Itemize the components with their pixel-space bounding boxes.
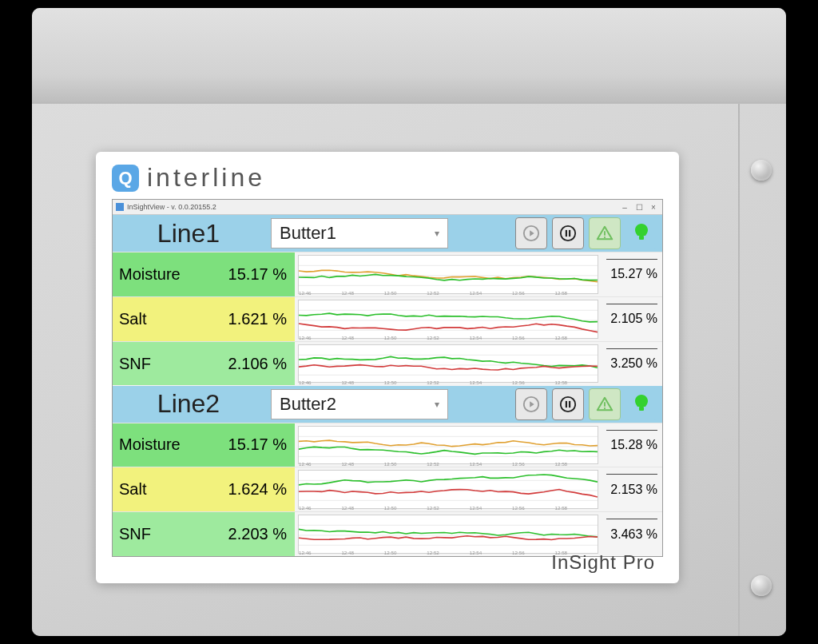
svg-rect-3 [566,230,567,237]
setpoint-value: 15.27 % [602,252,662,296]
measurement-value: 2.106 % [199,342,295,386]
play-button[interactable] [515,388,547,420]
lines-container: Line1Butter1▾Moisture15.17 %12:4612:4812… [113,215,662,556]
svg-text:12:50: 12:50 [384,550,397,555]
svg-text:12:46: 12:46 [299,290,312,296]
svg-rect-50 [639,407,644,411]
setpoint-value: 15.28 % [602,423,662,467]
pause-button-icon [559,225,577,242]
door-seam [738,104,740,636]
measurement-value: 2.203 % [199,512,295,556]
measurement-row: Salt1.624 %12:4612:4812:5012:5212:5412:5… [113,467,662,511]
measurement-label: Salt [113,467,199,511]
trend-chart[interactable]: 12:4612:4812:5012:5212:5412:5612:5813:00 [298,426,598,465]
maximize-button[interactable]: ☐ [633,201,645,213]
svg-rect-6 [604,231,606,236]
svg-text:12:50: 12:50 [384,290,397,296]
lamp-button[interactable] [625,217,657,249]
alert-button[interactable] [589,217,621,249]
setpoint-value: 2.153 % [602,467,662,511]
play-button[interactable] [515,217,547,249]
svg-text:12:54: 12:54 [470,550,482,555]
line-header: Line1Butter1▾ [113,215,662,252]
minimize-button[interactable]: – [619,201,630,213]
svg-text:12:50: 12:50 [384,460,397,466]
play-button-icon [522,225,540,242]
pause-button[interactable] [552,217,584,249]
chevron-down-icon: ▾ [435,399,439,410]
trend-chart[interactable]: 12:4612:4812:5012:5212:5412:5612:5813:00 [298,470,598,509]
product-select[interactable]: Butter1▾ [271,218,448,248]
pause-button[interactable] [552,388,584,420]
svg-text:12:52: 12:52 [427,379,439,384]
measurement-label: Salt [113,297,199,341]
svg-text:12:46: 12:46 [299,550,312,555]
product-select-value: Butter2 [280,394,336,415]
line-header: Line2Butter2▾ [113,386,662,423]
svg-text:12:46: 12:46 [299,460,312,466]
measurement-row: SNF2.203 %12:4612:4812:5012:5212:5412:56… [113,511,662,556]
alert-button[interactable] [589,388,621,420]
svg-text:12:52: 12:52 [427,505,439,511]
svg-text:12:48: 12:48 [341,290,354,296]
measurement-value: 1.621 % [199,297,295,341]
svg-rect-49 [604,407,606,409]
trend-chart[interactable]: 12:4612:4812:5012:5212:5412:5612:5813:00 [298,300,598,339]
play-button-icon [522,396,540,413]
svg-rect-48 [604,402,606,407]
lock-top[interactable] [751,160,772,181]
svg-rect-45 [566,400,567,407]
svg-text:12:52: 12:52 [427,460,439,466]
svg-text:12:56: 12:56 [512,550,525,555]
svg-text:12:48: 12:48 [341,550,354,555]
measurement-row: SNF2.106 %12:4612:4812:5012:5212:5412:56… [113,341,662,386]
trend-chart[interactable]: 12:4612:4812:5012:5212:5412:5612:5813:00 [298,255,598,294]
enclosure: Q interline InSightView - v. 0.0.20155.2… [32,8,786,636]
svg-text:12:48: 12:48 [341,334,354,340]
measurement-value: 15.17 % [199,423,295,467]
pause-button-icon [559,396,577,413]
app-icon [116,203,124,211]
titlebar: InSightView - v. 0.0.20155.2 – ☐ × [113,200,662,215]
line-title: Line2 [113,389,264,419]
svg-text:12:54: 12:54 [470,290,482,296]
line-block: Line2Butter2▾Moisture15.17 %12:4612:4812… [113,386,662,557]
trend-chart[interactable]: 12:4612:4812:5012:5212:5412:5612:5813:00 [298,344,598,384]
measurement-label: Moisture [113,252,199,296]
chevron-down-icon: ▾ [435,228,439,239]
lamp-button-icon [632,222,651,244]
svg-text:12:56: 12:56 [512,334,525,340]
measurement-label: SNF [113,342,199,386]
window-title: InSightView - v. 0.0.20155.2 [127,203,216,211]
app-window: InSightView - v. 0.0.20155.2 – ☐ × Line1… [112,199,663,557]
lock-bottom[interactable] [751,575,772,596]
svg-text:12:46: 12:46 [299,379,312,384]
svg-text:12:54: 12:54 [470,505,482,511]
svg-marker-1 [530,230,534,236]
product-select[interactable]: Butter2▾ [271,389,448,419]
trend-chart[interactable]: 12:4612:4812:5012:5212:5412:5612:5813:00 [298,515,598,554]
svg-text:12:52: 12:52 [427,550,439,555]
svg-text:12:48: 12:48 [341,460,354,466]
svg-text:12:52: 12:52 [427,290,439,296]
svg-text:12:46: 12:46 [299,505,312,511]
lamp-button[interactable] [625,388,657,420]
svg-text:12:48: 12:48 [341,379,354,384]
close-button[interactable]: × [648,201,659,213]
svg-text:12:54: 12:54 [470,460,482,466]
measurement-row: Moisture15.17 %12:4612:4812:5012:5212:54… [113,423,662,467]
line-title: Line1 [113,219,264,248]
screen-bezel: Q interline InSightView - v. 0.0.20155.2… [96,152,679,583]
svg-text:12:58: 12:58 [555,334,568,340]
svg-point-2 [561,226,575,241]
svg-text:12:58: 12:58 [555,379,568,384]
alert-button-icon [596,396,614,413]
setpoint-value: 3.250 % [602,342,662,386]
svg-text:12:50: 12:50 [384,334,397,340]
svg-text:12:50: 12:50 [384,505,397,511]
svg-text:12:56: 12:56 [512,290,525,296]
svg-text:12:58: 12:58 [555,505,568,511]
alert-button-icon [596,225,614,242]
measurement-row: Moisture15.17 %12:4612:4812:5012:5212:54… [113,252,662,296]
brand-row: Q interline [112,163,663,193]
